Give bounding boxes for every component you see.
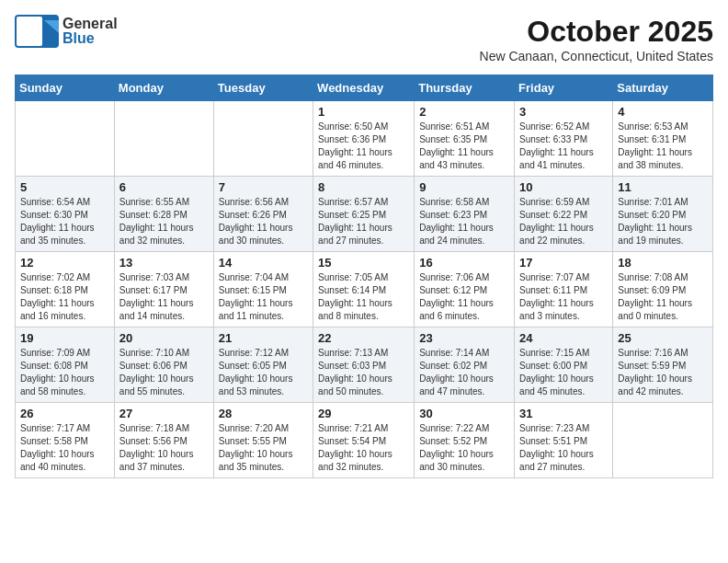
header-thursday: Thursday xyxy=(415,75,515,101)
logo: General Blue xyxy=(15,15,118,48)
calendar-cell: 15Sunrise: 7:05 AM Sunset: 6:14 PM Dayli… xyxy=(313,252,415,327)
calendar-table: SundayMondayTuesdayWednesdayThursdayFrid… xyxy=(15,75,713,478)
svg-rect-2 xyxy=(17,17,42,46)
day-info: Sunrise: 7:04 AM Sunset: 6:15 PM Dayligh… xyxy=(219,271,308,323)
day-number: 18 xyxy=(618,256,708,270)
calendar-cell: 29Sunrise: 7:21 AM Sunset: 5:54 PM Dayli… xyxy=(313,403,415,478)
logo-blue-text: Blue xyxy=(63,31,118,46)
day-number: 24 xyxy=(519,331,608,345)
calendar-cell: 19Sunrise: 7:09 AM Sunset: 6:08 PM Dayli… xyxy=(16,327,115,403)
day-info: Sunrise: 6:55 AM Sunset: 6:28 PM Dayligh… xyxy=(119,196,209,247)
day-number: 19 xyxy=(20,331,109,345)
day-number: 29 xyxy=(318,407,409,420)
day-number: 5 xyxy=(20,180,109,194)
calendar-cell: 28Sunrise: 7:20 AM Sunset: 5:55 PM Dayli… xyxy=(213,403,313,478)
page-header: General Blue October 2025 New Canaan, Co… xyxy=(15,15,713,63)
calendar-cell: 21Sunrise: 7:12 AM Sunset: 6:05 PM Dayli… xyxy=(213,327,313,403)
day-number: 28 xyxy=(219,407,308,420)
day-info: Sunrise: 6:51 AM Sunset: 6:35 PM Dayligh… xyxy=(419,121,509,172)
day-number: 1 xyxy=(318,105,409,119)
day-number: 2 xyxy=(419,105,509,119)
logo-general-text: General xyxy=(63,17,118,31)
day-info: Sunrise: 7:10 AM Sunset: 6:06 PM Dayligh… xyxy=(119,347,209,398)
calendar-cell: 25Sunrise: 7:16 AM Sunset: 5:59 PM Dayli… xyxy=(613,327,713,403)
day-info: Sunrise: 6:50 AM Sunset: 6:36 PM Dayligh… xyxy=(318,121,409,172)
day-info: Sunrise: 7:03 AM Sunset: 6:17 PM Dayligh… xyxy=(119,271,209,323)
day-info: Sunrise: 7:20 AM Sunset: 5:55 PM Dayligh… xyxy=(219,422,308,474)
calendar-cell: 17Sunrise: 7:07 AM Sunset: 6:11 PM Dayli… xyxy=(515,252,613,327)
day-number: 26 xyxy=(20,407,109,420)
calendar-cell xyxy=(613,403,713,478)
calendar-cell: 2Sunrise: 6:51 AM Sunset: 6:35 PM Daylig… xyxy=(415,101,515,177)
day-number: 30 xyxy=(419,407,509,420)
day-number: 6 xyxy=(119,180,209,194)
calendar-cell: 6Sunrise: 6:55 AM Sunset: 6:28 PM Daylig… xyxy=(114,177,213,252)
day-number: 11 xyxy=(618,180,708,194)
day-info: Sunrise: 7:08 AM Sunset: 6:09 PM Dayligh… xyxy=(618,271,708,323)
calendar-cell: 9Sunrise: 6:58 AM Sunset: 6:23 PM Daylig… xyxy=(415,177,515,252)
day-number: 16 xyxy=(419,256,509,270)
day-info: Sunrise: 6:56 AM Sunset: 6:26 PM Dayligh… xyxy=(219,196,308,247)
header-tuesday: Tuesday xyxy=(213,75,313,101)
logo-icon xyxy=(15,15,59,48)
calendar-cell: 14Sunrise: 7:04 AM Sunset: 6:15 PM Dayli… xyxy=(213,252,313,327)
day-number: 4 xyxy=(618,105,708,119)
day-number: 8 xyxy=(318,180,409,194)
day-info: Sunrise: 6:52 AM Sunset: 6:33 PM Dayligh… xyxy=(519,121,608,172)
calendar-week-row: 26Sunrise: 7:17 AM Sunset: 5:58 PM Dayli… xyxy=(16,403,713,478)
calendar-cell: 8Sunrise: 6:57 AM Sunset: 6:25 PM Daylig… xyxy=(313,177,415,252)
header-monday: Monday xyxy=(114,75,213,101)
calendar-week-row: 12Sunrise: 7:02 AM Sunset: 6:18 PM Dayli… xyxy=(16,252,713,327)
month-title: October 2025 xyxy=(480,15,713,49)
day-number: 23 xyxy=(419,331,509,345)
day-info: Sunrise: 7:23 AM Sunset: 5:51 PM Dayligh… xyxy=(519,422,608,474)
calendar-cell: 31Sunrise: 7:23 AM Sunset: 5:51 PM Dayli… xyxy=(515,403,613,478)
day-number: 21 xyxy=(219,331,308,345)
calendar-cell: 26Sunrise: 7:17 AM Sunset: 5:58 PM Dayli… xyxy=(16,403,115,478)
calendar-week-row: 5Sunrise: 6:54 AM Sunset: 6:30 PM Daylig… xyxy=(16,177,713,252)
day-info: Sunrise: 6:59 AM Sunset: 6:22 PM Dayligh… xyxy=(519,196,608,247)
header-friday: Friday xyxy=(515,75,613,101)
day-info: Sunrise: 7:17 AM Sunset: 5:58 PM Dayligh… xyxy=(20,422,109,474)
calendar-cell: 4Sunrise: 6:53 AM Sunset: 6:31 PM Daylig… xyxy=(613,101,713,177)
logo-text: General Blue xyxy=(63,17,118,46)
day-info: Sunrise: 7:09 AM Sunset: 6:08 PM Dayligh… xyxy=(20,347,109,398)
day-info: Sunrise: 7:22 AM Sunset: 5:52 PM Dayligh… xyxy=(419,422,509,474)
day-info: Sunrise: 7:05 AM Sunset: 6:14 PM Dayligh… xyxy=(318,271,409,323)
day-info: Sunrise: 7:16 AM Sunset: 5:59 PM Dayligh… xyxy=(618,347,708,398)
calendar-cell: 13Sunrise: 7:03 AM Sunset: 6:17 PM Dayli… xyxy=(114,252,213,327)
calendar-cell xyxy=(114,101,213,177)
day-number: 17 xyxy=(519,256,608,270)
day-number: 20 xyxy=(119,331,209,345)
calendar-cell: 27Sunrise: 7:18 AM Sunset: 5:56 PM Dayli… xyxy=(114,403,213,478)
calendar-cell: 10Sunrise: 6:59 AM Sunset: 6:22 PM Dayli… xyxy=(515,177,613,252)
day-info: Sunrise: 7:21 AM Sunset: 5:54 PM Dayligh… xyxy=(318,422,409,474)
calendar-cell xyxy=(16,101,115,177)
day-info: Sunrise: 6:57 AM Sunset: 6:25 PM Dayligh… xyxy=(318,196,409,247)
day-number: 25 xyxy=(618,331,708,345)
day-number: 31 xyxy=(519,407,608,420)
location-title: New Canaan, Connecticut, United States xyxy=(480,49,713,63)
calendar-cell: 20Sunrise: 7:10 AM Sunset: 6:06 PM Dayli… xyxy=(114,327,213,403)
day-number: 3 xyxy=(519,105,608,119)
header-wednesday: Wednesday xyxy=(313,75,415,101)
calendar-week-row: 19Sunrise: 7:09 AM Sunset: 6:08 PM Dayli… xyxy=(16,327,713,403)
day-info: Sunrise: 7:12 AM Sunset: 6:05 PM Dayligh… xyxy=(219,347,308,398)
day-number: 27 xyxy=(119,407,209,420)
calendar-cell: 22Sunrise: 7:13 AM Sunset: 6:03 PM Dayli… xyxy=(313,327,415,403)
day-number: 10 xyxy=(519,180,608,194)
day-number: 9 xyxy=(419,180,509,194)
day-number: 12 xyxy=(20,256,109,270)
calendar-cell: 30Sunrise: 7:22 AM Sunset: 5:52 PM Dayli… xyxy=(415,403,515,478)
calendar-cell: 3Sunrise: 6:52 AM Sunset: 6:33 PM Daylig… xyxy=(515,101,613,177)
day-info: Sunrise: 7:14 AM Sunset: 6:02 PM Dayligh… xyxy=(419,347,509,398)
calendar-week-row: 1Sunrise: 6:50 AM Sunset: 6:36 PM Daylig… xyxy=(16,101,713,177)
day-info: Sunrise: 7:15 AM Sunset: 6:00 PM Dayligh… xyxy=(519,347,608,398)
calendar-cell: 5Sunrise: 6:54 AM Sunset: 6:30 PM Daylig… xyxy=(16,177,115,252)
calendar-cell: 1Sunrise: 6:50 AM Sunset: 6:36 PM Daylig… xyxy=(313,101,415,177)
day-info: Sunrise: 7:01 AM Sunset: 6:20 PM Dayligh… xyxy=(618,196,708,247)
day-info: Sunrise: 6:54 AM Sunset: 6:30 PM Dayligh… xyxy=(20,196,109,247)
calendar-cell: 24Sunrise: 7:15 AM Sunset: 6:00 PM Dayli… xyxy=(515,327,613,403)
calendar-cell: 7Sunrise: 6:56 AM Sunset: 6:26 PM Daylig… xyxy=(213,177,313,252)
day-info: Sunrise: 6:58 AM Sunset: 6:23 PM Dayligh… xyxy=(419,196,509,247)
